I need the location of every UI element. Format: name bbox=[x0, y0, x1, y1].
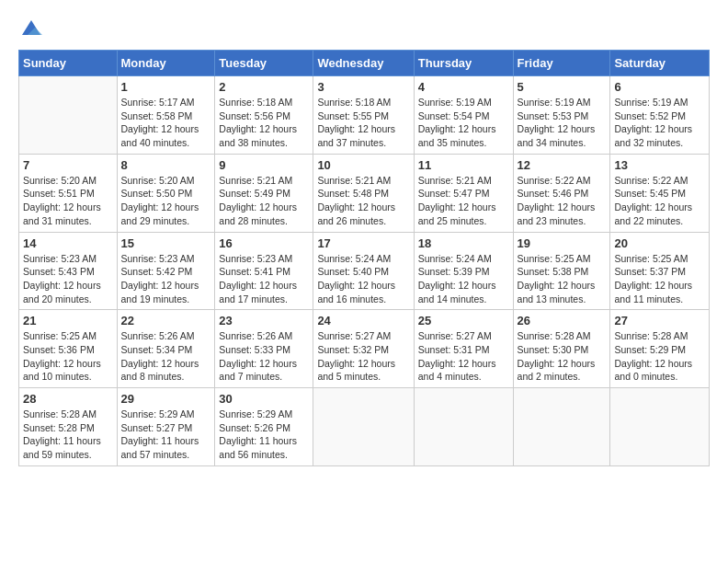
calendar-cell: 19Sunrise: 5:25 AM Sunset: 5:38 PM Dayli… bbox=[513, 232, 610, 310]
calendar-cell: 28Sunrise: 5:28 AM Sunset: 5:28 PM Dayli… bbox=[19, 388, 118, 466]
calendar-header-wednesday: Wednesday bbox=[313, 51, 414, 76]
day-number: 25 bbox=[418, 314, 509, 327]
day-number: 9 bbox=[219, 158, 309, 172]
day-info: Sunrise: 5:28 AM Sunset: 5:30 PM Dayligh… bbox=[518, 329, 607, 384]
day-number: 14 bbox=[23, 236, 113, 250]
day-number: 18 bbox=[418, 236, 509, 250]
calendar-header-row: SundayMondayTuesdayWednesdayThursdayFrid… bbox=[19, 51, 710, 76]
day-info: Sunrise: 5:19 AM Sunset: 5:53 PM Dayligh… bbox=[518, 96, 607, 150]
day-info: Sunrise: 5:28 AM Sunset: 5:29 PM Dayligh… bbox=[614, 329, 705, 384]
day-number: 7 bbox=[23, 158, 113, 172]
calendar-week-row: 21Sunrise: 5:25 AM Sunset: 5:36 PM Dayli… bbox=[19, 310, 710, 388]
calendar-cell: 22Sunrise: 5:26 AM Sunset: 5:34 PM Dayli… bbox=[117, 310, 215, 388]
day-number: 23 bbox=[219, 314, 309, 327]
calendar-cell bbox=[513, 388, 610, 466]
calendar-cell: 3Sunrise: 5:18 AM Sunset: 5:55 PM Daylig… bbox=[313, 76, 414, 155]
day-number: 10 bbox=[317, 158, 409, 172]
calendar-cell: 10Sunrise: 5:21 AM Sunset: 5:48 PM Dayli… bbox=[313, 154, 414, 232]
calendar-week-row: 14Sunrise: 5:23 AM Sunset: 5:43 PM Dayli… bbox=[19, 232, 710, 310]
page-header bbox=[18, 18, 710, 40]
calendar-cell: 11Sunrise: 5:21 AM Sunset: 5:47 PM Dayli… bbox=[414, 154, 513, 232]
calendar-table: SundayMondayTuesdayWednesdayThursdayFrid… bbox=[18, 50, 710, 466]
calendar-header-tuesday: Tuesday bbox=[215, 51, 313, 76]
calendar-header-sunday: Sunday bbox=[19, 51, 118, 76]
day-info: Sunrise: 5:21 AM Sunset: 5:49 PM Dayligh… bbox=[219, 174, 309, 228]
day-info: Sunrise: 5:29 AM Sunset: 5:26 PM Dayligh… bbox=[219, 408, 309, 462]
calendar-cell: 23Sunrise: 5:26 AM Sunset: 5:33 PM Dayli… bbox=[215, 310, 313, 388]
calendar-cell: 7Sunrise: 5:20 AM Sunset: 5:51 PM Daylig… bbox=[19, 154, 118, 232]
calendar-cell: 1Sunrise: 5:17 AM Sunset: 5:58 PM Daylig… bbox=[117, 76, 215, 155]
day-info: Sunrise: 5:25 AM Sunset: 5:38 PM Dayligh… bbox=[518, 252, 607, 306]
day-number: 17 bbox=[317, 236, 409, 250]
calendar-cell: 25Sunrise: 5:27 AM Sunset: 5:31 PM Dayli… bbox=[414, 310, 513, 388]
calendar-cell: 12Sunrise: 5:22 AM Sunset: 5:46 PM Dayli… bbox=[513, 154, 610, 232]
day-number: 6 bbox=[614, 80, 705, 94]
calendar-cell bbox=[19, 76, 118, 155]
calendar-cell: 14Sunrise: 5:23 AM Sunset: 5:43 PM Dayli… bbox=[19, 232, 118, 310]
day-info: Sunrise: 5:29 AM Sunset: 5:27 PM Dayligh… bbox=[121, 408, 211, 462]
day-info: Sunrise: 5:20 AM Sunset: 5:50 PM Dayligh… bbox=[121, 174, 211, 228]
day-number: 11 bbox=[418, 158, 509, 172]
day-info: Sunrise: 5:20 AM Sunset: 5:51 PM Dayligh… bbox=[23, 174, 113, 228]
calendar-cell: 4Sunrise: 5:19 AM Sunset: 5:54 PM Daylig… bbox=[414, 76, 513, 155]
day-info: Sunrise: 5:25 AM Sunset: 5:37 PM Dayligh… bbox=[614, 252, 705, 306]
day-info: Sunrise: 5:27 AM Sunset: 5:32 PM Dayligh… bbox=[317, 329, 409, 384]
calendar-cell: 29Sunrise: 5:29 AM Sunset: 5:27 PM Dayli… bbox=[117, 388, 215, 466]
calendar-header-thursday: Thursday bbox=[414, 51, 513, 76]
day-info: Sunrise: 5:21 AM Sunset: 5:48 PM Dayligh… bbox=[317, 174, 409, 228]
logo bbox=[18, 18, 42, 40]
day-info: Sunrise: 5:22 AM Sunset: 5:45 PM Dayligh… bbox=[614, 174, 705, 228]
calendar-cell: 8Sunrise: 5:20 AM Sunset: 5:50 PM Daylig… bbox=[117, 154, 215, 232]
calendar-cell: 2Sunrise: 5:18 AM Sunset: 5:56 PM Daylig… bbox=[215, 76, 313, 155]
day-info: Sunrise: 5:25 AM Sunset: 5:36 PM Dayligh… bbox=[23, 329, 113, 384]
day-number: 29 bbox=[121, 392, 211, 406]
calendar-cell: 18Sunrise: 5:24 AM Sunset: 5:39 PM Dayli… bbox=[414, 232, 513, 310]
day-number: 20 bbox=[614, 236, 705, 250]
calendar-cell: 13Sunrise: 5:22 AM Sunset: 5:45 PM Dayli… bbox=[610, 154, 710, 232]
calendar-cell: 16Sunrise: 5:23 AM Sunset: 5:41 PM Dayli… bbox=[215, 232, 313, 310]
day-info: Sunrise: 5:24 AM Sunset: 5:39 PM Dayligh… bbox=[418, 252, 509, 306]
day-number: 22 bbox=[121, 314, 211, 327]
calendar-header-saturday: Saturday bbox=[610, 51, 710, 76]
day-info: Sunrise: 5:23 AM Sunset: 5:43 PM Dayligh… bbox=[23, 252, 113, 306]
day-info: Sunrise: 5:28 AM Sunset: 5:28 PM Dayligh… bbox=[23, 408, 113, 462]
day-number: 8 bbox=[121, 158, 211, 172]
calendar-cell: 27Sunrise: 5:28 AM Sunset: 5:29 PM Dayli… bbox=[610, 310, 710, 388]
calendar-cell: 21Sunrise: 5:25 AM Sunset: 5:36 PM Dayli… bbox=[19, 310, 118, 388]
day-number: 21 bbox=[23, 314, 113, 327]
day-info: Sunrise: 5:26 AM Sunset: 5:34 PM Dayligh… bbox=[121, 329, 211, 384]
day-number: 4 bbox=[418, 80, 509, 94]
calendar-cell: 20Sunrise: 5:25 AM Sunset: 5:37 PM Dayli… bbox=[610, 232, 710, 310]
day-info: Sunrise: 5:24 AM Sunset: 5:40 PM Dayligh… bbox=[317, 252, 409, 306]
calendar-week-row: 7Sunrise: 5:20 AM Sunset: 5:51 PM Daylig… bbox=[19, 154, 710, 232]
day-number: 12 bbox=[518, 158, 607, 172]
day-number: 28 bbox=[23, 392, 113, 406]
calendar-cell: 6Sunrise: 5:19 AM Sunset: 5:52 PM Daylig… bbox=[610, 76, 710, 155]
day-number: 24 bbox=[317, 314, 409, 327]
day-info: Sunrise: 5:17 AM Sunset: 5:58 PM Dayligh… bbox=[121, 96, 211, 150]
calendar-week-row: 1Sunrise: 5:17 AM Sunset: 5:58 PM Daylig… bbox=[19, 76, 710, 155]
calendar-cell: 24Sunrise: 5:27 AM Sunset: 5:32 PM Dayli… bbox=[313, 310, 414, 388]
day-number: 26 bbox=[518, 314, 607, 327]
day-info: Sunrise: 5:26 AM Sunset: 5:33 PM Dayligh… bbox=[219, 329, 309, 384]
calendar-header-friday: Friday bbox=[513, 51, 610, 76]
calendar-cell: 26Sunrise: 5:28 AM Sunset: 5:30 PM Dayli… bbox=[513, 310, 610, 388]
calendar-cell: 5Sunrise: 5:19 AM Sunset: 5:53 PM Daylig… bbox=[513, 76, 610, 155]
logo-icon bbox=[20, 18, 42, 40]
day-info: Sunrise: 5:19 AM Sunset: 5:54 PM Dayligh… bbox=[418, 96, 509, 150]
day-info: Sunrise: 5:23 AM Sunset: 5:42 PM Dayligh… bbox=[121, 252, 211, 306]
day-number: 16 bbox=[219, 236, 309, 250]
day-info: Sunrise: 5:19 AM Sunset: 5:52 PM Dayligh… bbox=[614, 96, 705, 150]
day-info: Sunrise: 5:21 AM Sunset: 5:47 PM Dayligh… bbox=[418, 174, 509, 228]
calendar-cell: 17Sunrise: 5:24 AM Sunset: 5:40 PM Dayli… bbox=[313, 232, 414, 310]
calendar-cell: 15Sunrise: 5:23 AM Sunset: 5:42 PM Dayli… bbox=[117, 232, 215, 310]
calendar-cell bbox=[610, 388, 710, 466]
day-info: Sunrise: 5:18 AM Sunset: 5:56 PM Dayligh… bbox=[219, 96, 309, 150]
calendar-cell: 30Sunrise: 5:29 AM Sunset: 5:26 PM Dayli… bbox=[215, 388, 313, 466]
day-info: Sunrise: 5:23 AM Sunset: 5:41 PM Dayligh… bbox=[219, 252, 309, 306]
calendar-cell: 9Sunrise: 5:21 AM Sunset: 5:49 PM Daylig… bbox=[215, 154, 313, 232]
day-info: Sunrise: 5:27 AM Sunset: 5:31 PM Dayligh… bbox=[418, 329, 509, 384]
day-info: Sunrise: 5:18 AM Sunset: 5:55 PM Dayligh… bbox=[317, 96, 409, 150]
day-number: 19 bbox=[518, 236, 607, 250]
day-number: 2 bbox=[219, 80, 309, 94]
